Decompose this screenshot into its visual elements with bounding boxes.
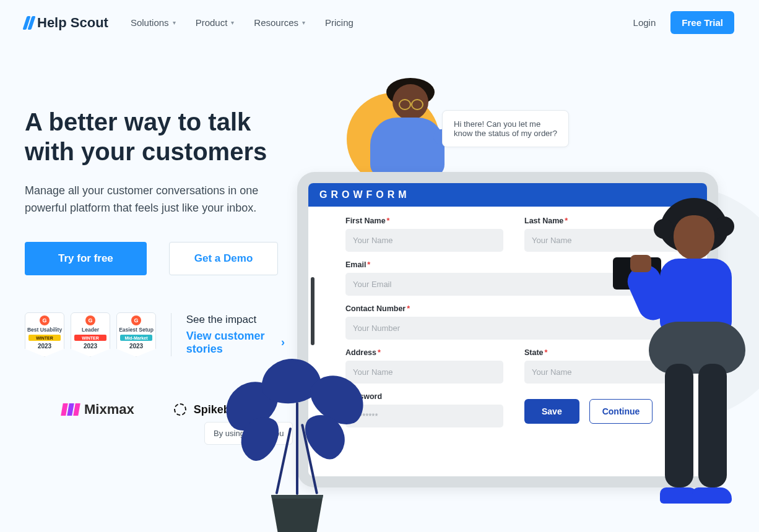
customer-illustration — [359, 80, 452, 186]
nav-solutions-label: Solutions — [131, 17, 169, 28]
hero-subtitle: Manage all your customer conversations i… — [25, 182, 285, 217]
field-contact: Contact Number* — [345, 304, 682, 340]
g2-badge: G Leader WINTER 2023 — [71, 312, 110, 357]
mixmax-label: Mixmax — [84, 401, 134, 418]
badge-title: Best Usability — [27, 327, 62, 333]
hero-title-line2: with your customers — [25, 138, 267, 165]
g2-icon: G — [85, 315, 95, 325]
brand-logo[interactable]: Help Scout — [25, 15, 108, 31]
required-icon: * — [367, 260, 370, 269]
chevron-down-icon: ▾ — [173, 19, 176, 26]
required-icon: * — [545, 348, 548, 357]
badge-strip: Mid-Market — [120, 335, 152, 341]
impact-text-block: See the impact View customer stories › — [186, 314, 285, 356]
nav-pricing-label: Pricing — [325, 17, 353, 28]
badge-title: Leader — [82, 327, 99, 333]
g2-badge: G Easiest Setup Mid-Market 2023 — [116, 312, 156, 357]
plant-illustration — [223, 359, 371, 532]
g2-icon: G — [131, 315, 141, 325]
nav-product-label: Product — [196, 17, 228, 28]
nav-pricing[interactable]: Pricing — [325, 17, 353, 28]
login-link[interactable]: Login — [633, 17, 656, 28]
logo-mixmax: Mixmax — [62, 401, 134, 418]
hero-cta-row: Try for free Get a Demo — [25, 242, 285, 275]
required-icon: * — [378, 348, 381, 357]
brand-name: Help Scout — [37, 15, 108, 31]
impact-heading: See the impact — [186, 314, 285, 326]
badge-year: 2023 — [84, 343, 97, 350]
required-icon: * — [387, 217, 390, 225]
divider — [171, 313, 171, 356]
badge-title: Easiest Setup — [119, 327, 154, 333]
save-button[interactable]: Save — [524, 399, 579, 424]
customer-stories-link[interactable]: View customer stories › — [186, 330, 285, 356]
impact-row: G Best Usability WINTER 2023 G Leader WI… — [25, 312, 285, 357]
header-right: Login Free Trial — [633, 11, 734, 34]
contact-label: Contact Number* — [345, 304, 682, 313]
try-free-button[interactable]: Try for free — [25, 242, 147, 275]
logo-mark-icon — [25, 16, 33, 30]
main-nav: Solutions ▾ Product ▾ Resources ▾ Pricin… — [131, 17, 353, 28]
jacket-shape — [370, 118, 445, 177]
first-name-input[interactable] — [345, 229, 503, 252]
nav-product[interactable]: Product ▾ — [196, 17, 235, 28]
badge-strip: WINTER — [74, 335, 106, 341]
agent-illustration — [635, 198, 753, 532]
hero: A better way to talk with your customers… — [0, 45, 285, 357]
badge-strip: WINTER — [28, 335, 61, 341]
hero-title: A better way to talk with your customers — [25, 107, 285, 166]
impact-link-label: View customer stories — [186, 330, 277, 356]
required-icon: * — [565, 217, 568, 225]
field-first-name: First Name* — [345, 217, 503, 252]
chevron-right-icon: › — [281, 336, 285, 349]
hero-title-line1: A better way to talk — [25, 108, 251, 135]
g2-badges: G Best Usability WINTER 2023 G Leader WI… — [25, 312, 156, 357]
chevron-down-icon: ▾ — [302, 19, 305, 26]
contact-input[interactable] — [345, 317, 682, 340]
nav-resources[interactable]: Resources ▾ — [254, 17, 305, 28]
g2-badge: G Best Usability WINTER 2023 — [25, 312, 64, 357]
free-trial-button[interactable]: Free Trial — [670, 11, 734, 34]
badge-year: 2023 — [129, 343, 143, 350]
required-icon: * — [407, 304, 410, 313]
get-demo-button[interactable]: Get a Demo — [169, 242, 278, 275]
address-label: Address* — [345, 348, 503, 357]
nav-solutions[interactable]: Solutions ▾ — [131, 17, 176, 28]
speech-bubble: Hi there! Can you let me know the status… — [442, 110, 569, 147]
badge-year: 2023 — [38, 343, 51, 350]
mixmax-icon — [62, 403, 79, 416]
glasses-icon — [399, 99, 423, 108]
g2-icon: G — [40, 315, 50, 325]
main-header: Help Scout Solutions ▾ Product ▾ Resourc… — [0, 0, 759, 45]
chevron-down-icon: ▾ — [231, 19, 234, 26]
nav-resources-label: Resources — [254, 17, 298, 28]
first-name-label: First Name* — [345, 217, 503, 225]
